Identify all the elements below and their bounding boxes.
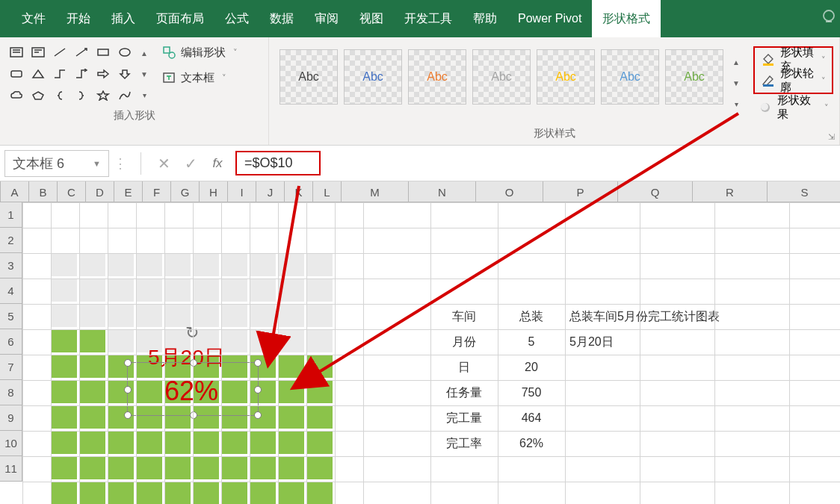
tell-me-icon[interactable]	[821, 8, 836, 30]
col-header-L[interactable]: L	[313, 181, 342, 202]
tab-data[interactable]: 数据	[259, 0, 304, 37]
col-header-C[interactable]: C	[58, 181, 86, 202]
name-box[interactable]: 文本框 6▼	[4, 150, 109, 177]
shape-pentagon-icon[interactable]	[28, 85, 49, 106]
col-header-H[interactable]: H	[200, 181, 228, 202]
shape-roundrect-icon[interactable]	[6, 63, 27, 84]
tab-powerpivot[interactable]: Power Pivot	[507, 0, 592, 37]
tab-review[interactable]: 审阅	[304, 0, 349, 37]
shape-effects-button[interactable]: 形状效果˅	[753, 97, 833, 118]
row-header-11[interactable]: 11	[0, 456, 22, 482]
style-4[interactable]: Abc	[472, 49, 531, 105]
shape-elbow-icon[interactable]	[49, 63, 70, 84]
shape-outline-button[interactable]: 形状轮廓˅	[756, 70, 830, 91]
dialog-launcher[interactable]: ⇲	[826, 131, 836, 142]
edit-shape-button[interactable]: 编辑形状˅	[158, 42, 241, 63]
gallery-scroll-down[interactable]: ▼	[138, 64, 151, 84]
select-all-corner[interactable]	[0, 181, 1, 202]
style-scroll-up[interactable]: ▲	[729, 52, 743, 72]
cell-O10[interactable]: 62%	[498, 431, 565, 456]
style-3[interactable]: Abc	[408, 49, 466, 105]
row-header-5[interactable]: 5	[0, 304, 22, 329]
col-header-N[interactable]: N	[409, 181, 476, 202]
col-header-K[interactable]: K	[285, 181, 313, 202]
cell-N6[interactable]: 月份	[430, 329, 498, 355]
row-header-4[interactable]: 4	[0, 279, 22, 304]
shape-triangle-icon[interactable]	[28, 63, 49, 84]
col-header-E[interactable]: E	[114, 181, 143, 202]
shape-elbow-arrow-icon[interactable]	[71, 63, 92, 84]
shape-arrow-right-icon[interactable]	[93, 63, 114, 84]
resize-handle-s[interactable]	[190, 411, 197, 419]
shape-oval-icon[interactable]	[114, 42, 135, 63]
col-header-A[interactable]: A	[1, 181, 29, 202]
col-header-O[interactable]: O	[476, 181, 543, 202]
formula-input[interactable]	[244, 155, 312, 171]
shapes-gallery[interactable]	[6, 42, 135, 106]
cell-N5[interactable]: 车间	[430, 304, 498, 329]
col-header-R[interactable]: R	[693, 181, 768, 202]
text-box-button[interactable]: 文本框˅	[158, 67, 241, 88]
resize-handle-w[interactable]	[124, 386, 132, 393]
cell-O7[interactable]: 20	[498, 355, 565, 380]
cell-N9[interactable]: 完工量	[430, 405, 498, 431]
enter-formula-button[interactable]: ✓	[177, 155, 204, 172]
resize-handle-ne[interactable]	[254, 359, 262, 367]
shape-line-icon[interactable]	[49, 42, 70, 63]
cell-N7[interactable]: 日	[430, 355, 498, 380]
shape-arrow-line-icon[interactable]	[71, 42, 92, 63]
resize-handle-sw[interactable]	[124, 411, 132, 419]
cell-N10[interactable]: 完工率	[430, 431, 498, 456]
col-header-I[interactable]: I	[228, 181, 256, 202]
gallery-expand[interactable]: ▾	[138, 85, 151, 105]
style-7[interactable]: Abc	[665, 49, 723, 105]
row-header-7[interactable]: 7	[0, 355, 22, 380]
cell-O6[interactable]: 5	[498, 329, 565, 355]
row-header-6[interactable]: 6	[0, 329, 22, 355]
col-header-Q[interactable]: Q	[618, 181, 693, 202]
col-header-F[interactable]: F	[143, 181, 171, 202]
style-5[interactable]: Abc	[537, 49, 595, 105]
cell-N8[interactable]: 任务量	[430, 380, 498, 405]
style-scroll-down[interactable]: ▼	[729, 73, 743, 93]
style-1[interactable]: Abc	[280, 49, 338, 105]
row-header-10[interactable]: 10	[0, 431, 22, 456]
tab-dev[interactable]: 开发工具	[394, 0, 463, 37]
col-header-S[interactable]: S	[768, 181, 840, 202]
fx-button[interactable]: fx	[204, 156, 231, 171]
cell-P6[interactable]: 5月20日	[565, 329, 789, 355]
tab-insert[interactable]: 插入	[101, 0, 146, 37]
cell-P5[interactable]: 总装车间5月份完工统计图表	[565, 304, 789, 329]
shape-star-icon[interactable]	[93, 85, 114, 106]
style-6[interactable]: Abc	[601, 49, 659, 105]
resize-handle-n[interactable]	[190, 359, 197, 367]
shape-rect-icon[interactable]	[93, 42, 114, 63]
cell-O9[interactable]: 464	[498, 405, 565, 431]
col-header-M[interactable]: M	[342, 181, 409, 202]
tab-view[interactable]: 视图	[349, 0, 394, 37]
shape-brace-r-icon[interactable]	[71, 85, 92, 106]
cancel-formula-button[interactable]: ✕	[150, 155, 177, 172]
col-header-P[interactable]: P	[543, 181, 618, 202]
gallery-scroll-up[interactable]: ▲	[138, 43, 151, 63]
col-header-B[interactable]: B	[29, 181, 58, 202]
col-header-G[interactable]: G	[171, 181, 200, 202]
tab-formulas[interactable]: 公式	[214, 0, 259, 37]
row-header-1[interactable]: 1	[0, 202, 22, 228]
resize-handle-nw[interactable]	[124, 359, 132, 367]
row-header-3[interactable]: 3	[0, 253, 22, 279]
tab-home[interactable]: 开始	[56, 0, 101, 37]
style-2[interactable]: Abc	[344, 49, 402, 105]
shape-brace-l-icon[interactable]	[49, 85, 70, 106]
shape-arrow-down-icon[interactable]	[114, 63, 135, 84]
cell-O5[interactable]: 总装	[498, 304, 565, 329]
tab-help[interactable]: 帮助	[463, 0, 507, 37]
shape-textbox-icon[interactable]	[6, 42, 27, 63]
resize-handle-e[interactable]	[254, 386, 262, 393]
row-header-2[interactable]: 2	[0, 228, 22, 253]
tab-file[interactable]: 文件	[11, 0, 56, 37]
rotate-handle-icon[interactable]: ↻	[182, 323, 203, 343]
col-header-D[interactable]: D	[86, 181, 114, 202]
style-expand[interactable]: ▾	[729, 94, 743, 113]
resize-handle-se[interactable]	[254, 411, 262, 419]
